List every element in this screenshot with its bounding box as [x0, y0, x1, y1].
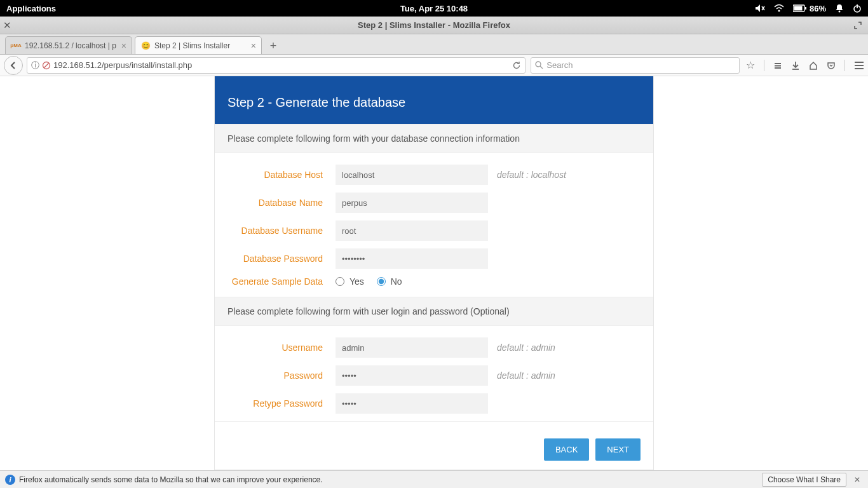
label-password: Password — [227, 370, 336, 381]
tab-strip: pMA 192.168.51.2 / localhost | p × 😊 Ste… — [0, 34, 868, 55]
label-sample: Generate Sample Data — [227, 276, 336, 287]
svg-rect-13 — [775, 63, 781, 64]
hamburger-menu-icon[interactable] — [854, 61, 864, 70]
label-db-host: Database Host — [227, 170, 336, 180]
db-form: Database Host default : localhost Databa… — [215, 153, 653, 297]
input-password[interactable] — [336, 365, 488, 386]
tab-label: Step 2 | Slims Installer — [154, 41, 230, 50]
battery-icon[interactable]: 86% — [793, 4, 826, 13]
window-close-button[interactable]: ✕ — [0, 20, 14, 31]
db-notice: Please complete following form with your… — [215, 124, 653, 153]
input-username[interactable] — [336, 337, 488, 358]
next-button[interactable]: NEXT — [595, 438, 641, 461]
label-username: Username — [227, 342, 336, 353]
browser-tab[interactable]: pMA 192.168.51.2 / localhost | p × — [5, 36, 132, 54]
volume-icon[interactable] — [755, 4, 765, 13]
window-title: Step 2 | Slims Installer - Mozilla Firef… — [358, 20, 510, 30]
svg-line-12 — [540, 66, 543, 69]
divider — [215, 421, 653, 422]
home-icon[interactable] — [809, 61, 818, 70]
pocket-icon[interactable] — [827, 61, 836, 70]
label-db-name: Database Name — [227, 198, 336, 208]
library-icon[interactable] — [773, 61, 782, 70]
power-icon[interactable] — [853, 4, 862, 13]
button-row: BACK NEXT — [215, 433, 653, 470]
installer-heading: Step 2 - Generate the database — [215, 76, 653, 124]
tab-close-icon[interactable]: × — [118, 41, 126, 51]
permissions-icon[interactable] — [42, 61, 51, 70]
applications-menu[interactable]: Applications — [6, 4, 56, 13]
back-button-form[interactable]: BACK — [544, 438, 589, 461]
help-username: default : admin — [488, 342, 555, 353]
radio-sample-no[interactable] — [377, 277, 386, 286]
window-titlebar: ✕ Step 2 | Slims Installer - Mozilla Fir… — [0, 17, 868, 34]
clock: Tue, Apr 25 10:48 — [400, 4, 468, 13]
label-db-user: Database Username — [227, 226, 336, 236]
search-bar[interactable]: Search — [531, 57, 740, 74]
search-icon — [535, 61, 543, 69]
window-maximize-button[interactable] — [854, 22, 868, 29]
svg-rect-4 — [794, 6, 802, 11]
label-db-pass: Database Password — [227, 254, 336, 264]
svg-rect-5 — [805, 7, 806, 10]
input-db-host[interactable] — [336, 165, 488, 185]
user-notice: Please complete following form with user… — [215, 297, 653, 326]
slims-favicon: 😊 — [140, 41, 151, 51]
infobar-text: Firefox automatically sends some data to… — [19, 475, 323, 484]
svg-rect-15 — [775, 67, 781, 69]
input-db-user[interactable] — [336, 220, 488, 241]
page-viewport: Step 2 - Generate the database Please co… — [0, 76, 868, 470]
bookmark-star-icon[interactable]: ☆ — [746, 59, 755, 71]
notifications-icon[interactable] — [835, 4, 844, 13]
new-tab-button[interactable]: + — [264, 37, 282, 54]
toolbar-separator — [764, 60, 764, 71]
toolbar-separator — [844, 60, 845, 71]
svg-point-2 — [778, 10, 780, 12]
input-retype[interactable] — [336, 393, 488, 414]
os-topbar: Applications Tue, Apr 25 10:48 86% — [0, 0, 868, 17]
svg-point-11 — [536, 62, 541, 67]
nav-toolbar: ⓘ 192.168.51.2/perpus/install/install.ph… — [0, 55, 868, 76]
radio-label-yes: Yes — [349, 276, 364, 287]
svg-point-6 — [839, 11, 841, 13]
radio-label-no: No — [391, 276, 402, 287]
input-db-pass[interactable] — [336, 248, 488, 269]
radio-sample-yes[interactable] — [336, 277, 344, 286]
help-password: default : admin — [488, 370, 555, 381]
info-icon: i — [5, 475, 15, 485]
browser-tab[interactable]: 😊 Step 2 | Slims Installer × — [135, 36, 262, 54]
infobar-close-icon[interactable]: ✕ — [851, 475, 863, 484]
help-db-host: default : localhost — [488, 170, 566, 180]
installer-card: Step 2 - Generate the database Please co… — [214, 76, 654, 470]
phpmyadmin-favicon: pMA — [11, 41, 21, 51]
identity-info-icon[interactable]: ⓘ — [31, 60, 39, 71]
battery-label: 86% — [810, 4, 826, 13]
reload-icon[interactable] — [512, 61, 521, 70]
user-form: Username default : admin Password defaul… — [215, 326, 653, 433]
tab-close-icon[interactable]: × — [247, 41, 256, 51]
choose-share-button[interactable]: Choose What I Share — [762, 473, 846, 487]
label-retype: Retype Password — [227, 398, 336, 409]
wifi-icon[interactable] — [774, 4, 784, 13]
tab-label: 192.168.51.2 / localhost | p — [25, 41, 116, 50]
input-db-name[interactable] — [336, 193, 488, 213]
svg-line-10 — [44, 63, 49, 68]
downloads-icon[interactable] — [791, 61, 800, 70]
svg-rect-14 — [775, 65, 781, 66]
back-button[interactable] — [4, 56, 23, 75]
url-text: 192.168.51.2/perpus/install/install.php — [53, 60, 192, 70]
url-bar[interactable]: ⓘ 192.168.51.2/perpus/install/install.ph… — [27, 57, 526, 74]
search-placeholder: Search — [546, 60, 573, 70]
infobar: i Firefox automatically sends some data … — [0, 470, 868, 488]
